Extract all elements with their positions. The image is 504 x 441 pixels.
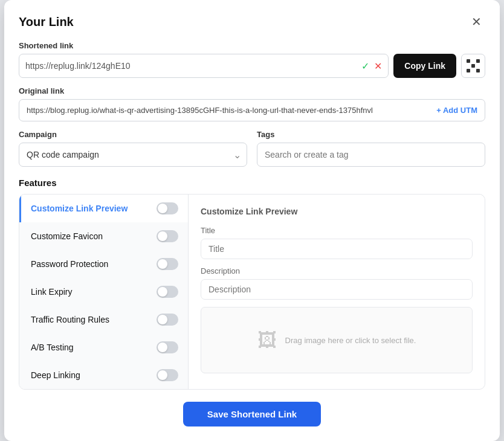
x-icon: ✕ [374,60,382,72]
qr-icon [467,59,480,72]
toggle-password-protection[interactable] [157,258,178,270]
shortened-link-input-wrap: ✓ ✕ [19,54,389,78]
toggle-customize-favicon[interactable] [157,230,178,242]
feature-item-deep-linking[interactable]: Deep Linking [19,361,188,389]
campaign-select-wrap: QR code campaign Summer Campaign Default… [19,143,247,167]
panel-title-label: Title [201,226,473,235]
campaign-field: Campaign QR code campaign Summer Campaig… [19,130,247,167]
toggle-link-expiry[interactable] [157,286,178,298]
feature-label-link-expiry: Link Expiry [31,287,72,297]
feature-label-traffic-routing-rules: Traffic Routing Rules [31,315,109,324]
modal-header: Your Link ✕ [19,14,485,29]
feature-panel: Customize Link Preview Title Description… [189,195,485,389]
panel-description-input[interactable] [201,279,473,300]
features-layout: Customize Link Preview Customize Favicon… [19,194,485,390]
shortened-link-input[interactable] [25,61,358,71]
qr-code-button[interactable] [461,54,485,78]
save-shortened-link-button[interactable]: Save Shortened Link [183,402,321,427]
toggle-knob [158,204,167,213]
feature-label-ab-testing: A/B Testing [31,343,74,352]
shortened-link-icons: ✓ ✕ [358,60,382,72]
feature-item-ab-testing[interactable]: A/B Testing [19,333,188,361]
feature-label-customize-favicon: Customize Favicon [31,231,103,241]
feature-label-password-protection: Password Protection [31,259,108,269]
modal-container: Your Link ✕ Shortened link ✓ ✕ Copy Link… [4,0,500,441]
original-link-label: Original link [19,86,485,95]
image-placeholder-icon: 🖼 [257,329,277,352]
campaign-select[interactable]: QR code campaign Summer Campaign Default… [19,143,247,167]
campaign-label: Campaign [19,130,247,139]
features-label: Features [19,178,485,188]
toggle-customize-link-preview[interactable] [157,202,178,214]
tags-label: Tags [257,130,485,139]
shortened-link-label: Shortened link [19,41,485,50]
panel-title-input[interactable] [201,239,473,259]
image-drop-text: Drag image here or click to select file. [285,336,416,345]
campaign-tags-row: Campaign QR code campaign Summer Campaig… [19,130,485,167]
check-icon: ✓ [361,60,369,72]
feature-label-customize-link-preview: Customize Link Preview [31,204,128,213]
copy-link-button[interactable]: Copy Link [393,54,456,78]
toggle-knob [158,315,167,324]
feature-item-customize-favicon[interactable]: Customize Favicon [19,222,188,250]
tags-input[interactable] [257,143,485,167]
save-btn-row: Save Shortened Link [19,402,485,427]
feature-item-password-protection[interactable]: Password Protection [19,250,188,278]
image-drop-area[interactable]: 🖼 Drag image here or click to select fil… [201,307,473,373]
panel-description-label: Description [201,266,473,275]
panel-title: Customize Link Preview [201,207,473,216]
feature-item-traffic-routing-rules[interactable]: Traffic Routing Rules [19,306,188,333]
add-utm-button[interactable]: + Add UTM [436,106,477,115]
toggle-knob [158,343,167,352]
toggle-knob [158,370,167,380]
features-list: Customize Link Preview Customize Favicon… [19,195,189,389]
feature-item-link-expiry[interactable]: Link Expiry [19,278,188,306]
shortened-link-row: ✓ ✕ Copy Link [19,54,485,78]
close-button[interactable]: ✕ [468,14,485,29]
toggle-knob [158,259,167,269]
feature-label-deep-linking: Deep Linking [31,370,80,380]
original-link-text: https://blog.replug.io/what-is-qr-advert… [27,106,430,115]
tags-field: Tags [257,130,485,167]
toggle-knob [158,287,167,297]
toggle-deep-linking[interactable] [157,369,178,381]
modal-title: Your Link [19,15,74,29]
feature-item-customize-link-preview[interactable]: Customize Link Preview [19,195,188,222]
toggle-traffic-routing-rules[interactable] [157,314,178,326]
toggle-ab-testing[interactable] [157,341,178,353]
toggle-knob [158,231,167,241]
original-link-wrap: https://blog.replug.io/what-is-qr-advert… [19,99,485,121]
